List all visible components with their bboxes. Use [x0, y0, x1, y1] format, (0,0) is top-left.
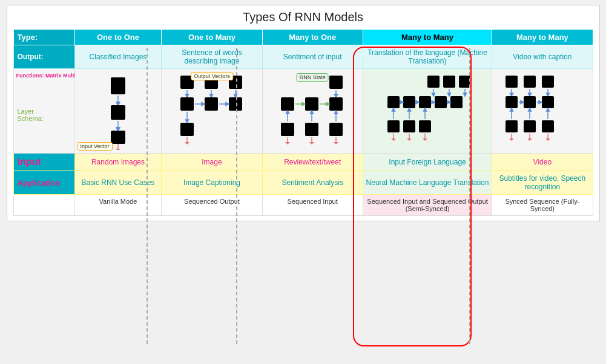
diagram-many-to-many-2	[503, 72, 582, 151]
layer-schema-label: LayerSchema:	[18, 108, 44, 122]
input-vector-label: Input Vector	[77, 142, 113, 151]
svg-rect-4	[111, 131, 125, 144]
diagram-one-to-many	[176, 72, 248, 151]
notes-col3: Sequenced Input	[262, 195, 363, 216]
svg-marker-6	[116, 149, 120, 150]
output-label: Output:	[13, 45, 74, 69]
svg-rect-14	[205, 97, 218, 111]
notes-col2: Sequenced Output	[162, 195, 262, 216]
notes-col5: Synced Sequence (Fully-Synced)	[492, 195, 593, 216]
svg-rect-74	[506, 96, 518, 108]
svg-rect-43	[459, 76, 470, 88]
input-col3: Review/text/tweet	[262, 154, 363, 171]
svg-rect-47	[387, 96, 400, 108]
svg-rect-24	[281, 97, 294, 111]
output-col2: Sentence of words describing image	[162, 45, 262, 69]
svg-rect-34	[329, 123, 343, 136]
svg-marker-88	[527, 138, 532, 141]
svg-marker-38	[309, 142, 314, 145]
input-col5: Video	[492, 154, 593, 171]
svg-rect-32	[281, 123, 294, 136]
diagram-many-to-one	[276, 72, 349, 151]
header-col5: Many to Many	[492, 30, 593, 45]
svg-rect-68	[506, 76, 518, 88]
notes-col4: Sequenced Input and Sequenced Output (Se…	[363, 195, 492, 216]
svg-rect-76	[542, 96, 554, 108]
svg-marker-40	[334, 142, 338, 145]
output-row: Output: Classified Images Sentence of wo…	[13, 45, 593, 69]
svg-rect-22	[329, 76, 343, 89]
input-col1: Random Images	[74, 154, 162, 171]
svg-rect-69	[524, 76, 536, 88]
schema-col3: RNN State	[262, 69, 363, 154]
svg-rect-75	[524, 96, 536, 108]
output-col1: Classified Images	[74, 45, 162, 69]
svg-rect-51	[450, 96, 463, 108]
app-label: Application	[13, 171, 74, 195]
svg-rect-84	[542, 120, 554, 132]
app-col1: Basic RNN Use Cases	[74, 171, 162, 195]
input-col4: Input Foreign Language	[363, 154, 492, 171]
svg-rect-70	[542, 76, 554, 88]
schema-col1: Input Vector	[74, 69, 162, 154]
header-col2: One to Many	[162, 30, 262, 45]
svg-rect-48	[403, 96, 415, 108]
svg-marker-67	[423, 138, 427, 141]
svg-marker-63	[391, 138, 396, 141]
svg-rect-60	[403, 120, 415, 132]
diagram-many-to-many-1	[385, 72, 470, 151]
app-col3: Sentiment Analysis	[262, 171, 363, 195]
svg-rect-41	[427, 76, 440, 88]
svg-marker-36	[285, 142, 290, 145]
schema-col5	[492, 69, 593, 154]
app-col2: Image Captioning	[162, 171, 262, 195]
header-row: Type: One to One One to Many Many to One…	[13, 30, 593, 45]
svg-rect-42	[443, 76, 455, 88]
input-label: Input	[13, 154, 74, 171]
header-col1: One to One	[74, 30, 162, 45]
input-row: Input Random Images Image Review/text/tw…	[13, 154, 593, 171]
svg-marker-90	[545, 138, 550, 141]
svg-rect-49	[419, 96, 431, 108]
header-type: Type:	[13, 30, 74, 45]
main-table: Type: One to One One to Many Many to One…	[13, 29, 593, 216]
schema-col2: Output Vectors	[162, 69, 262, 154]
svg-rect-0	[111, 77, 125, 94]
schema-col4	[363, 69, 492, 154]
page-title: Types Of RNN Models	[13, 10, 593, 24]
output-col5: Video with caption	[492, 45, 593, 69]
schema-label-cell: Functions: Matrix Multiply LayerSchema:	[13, 69, 74, 154]
svg-rect-13	[180, 97, 194, 111]
rnn-state-label: RNN State	[297, 73, 329, 82]
svg-rect-82	[506, 120, 518, 132]
input-col2: Image	[162, 154, 262, 171]
schema-row: Functions: Matrix Multiply LayerSchema:	[13, 69, 593, 154]
app-col5: Subtitles for video, Speech recognition	[492, 171, 593, 195]
application-row: Application Basic RNN Use Cases Image Ca…	[13, 171, 593, 195]
svg-rect-59	[387, 120, 400, 132]
svg-marker-21	[185, 142, 189, 145]
output-vectors-label: Output Vectors	[191, 72, 233, 80]
notes-row: Vanilla Mode Sequenced Output Sequenced …	[13, 195, 593, 216]
header-col4: Many to Many	[363, 30, 492, 45]
notes-col1: Vanilla Mode	[74, 195, 162, 216]
svg-rect-2	[111, 105, 125, 120]
svg-rect-83	[524, 120, 536, 132]
header-col3: Many to One	[262, 30, 363, 45]
svg-rect-25	[305, 97, 318, 111]
output-col3: Sentiment of input	[262, 45, 363, 69]
svg-marker-65	[407, 138, 412, 141]
notes-empty	[13, 195, 74, 216]
svg-rect-19	[180, 123, 194, 136]
app-col4: Neural Machine Language Translation	[363, 171, 492, 195]
svg-rect-15	[229, 97, 242, 111]
output-col4: Translation of the language (Machine Tra…	[363, 45, 492, 69]
diagram-one-to-one	[94, 73, 142, 150]
svg-rect-33	[305, 123, 318, 136]
svg-rect-50	[435, 96, 447, 108]
svg-rect-61	[419, 120, 431, 132]
functions-label: Functions: Matrix Multiply	[16, 73, 84, 79]
svg-rect-26	[329, 97, 343, 111]
svg-marker-86	[509, 138, 514, 141]
